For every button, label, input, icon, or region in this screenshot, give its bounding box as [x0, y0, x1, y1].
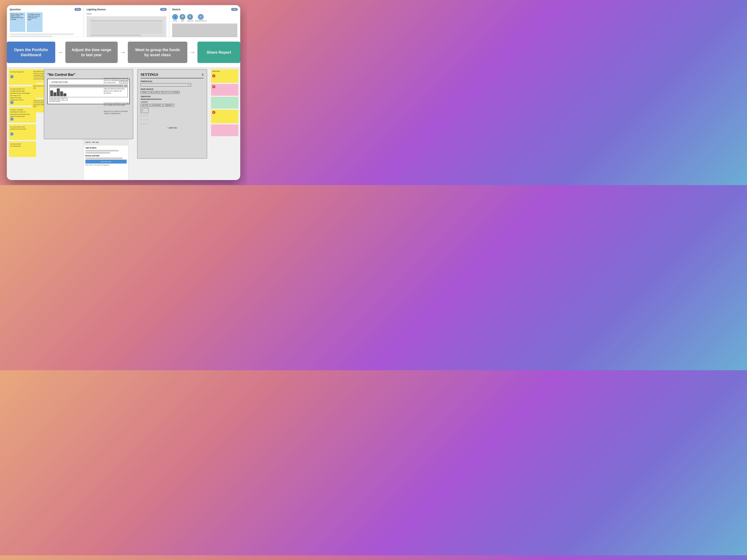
sector-tag[interactable]: SECTOR — [140, 104, 149, 107]
settings-header: SETTINGS X — [140, 73, 204, 78]
lighting-demos-author: Luca — [86, 12, 166, 15]
type-of-place-label: Type of place — [85, 147, 127, 149]
add-tag-btn[interactable]: + ADD TAG — [140, 127, 204, 129]
mobile-body: Type of place Rooms and beds Show 440 ho… — [84, 145, 128, 167]
right-sticky-5 — [211, 125, 238, 136]
mobile-wireframe: CFF B CFF 340 Type of place Rooms and be… — [84, 139, 128, 180]
filter-note: Filter model is very clean and organized — [85, 164, 127, 166]
sketch-panel-title: Sketch — [172, 8, 237, 11]
settings-close[interactable]: X — [202, 73, 204, 76]
question-sticky-2: JJ, Analyst at a very large fund, needs … — [27, 12, 43, 32]
groupby-section: GROUP BY REORGANISE DATA BY TAGS LATEST:… — [140, 96, 204, 113]
flow-step-4[interactable]: Share Report — [198, 42, 240, 63]
flow-arrow-2: → — [120, 49, 126, 56]
annotation-1: SMART SEARCH/FILTER LINE THE ONE ON A DI… — [104, 77, 129, 84]
place-options — [85, 150, 127, 154]
ideas-label: Ideas — [181, 20, 184, 22]
flow-step-3[interactable]: Want to group the funds by asset class — [128, 42, 187, 63]
sketch-right: SETTINGS X PORTFOLIO ∨ DATE RANGE TODAY … — [137, 69, 207, 159]
date-1m[interactable]: 1M — [149, 91, 153, 94]
sketch-panel-tag: Use — [231, 8, 238, 11]
right-stickies: Terms Send ♥ ♥ ♥ — [209, 67, 240, 138]
flow-step-1[interactable]: Open the Portfolio Dashboard — [7, 42, 55, 63]
groupby-note: REORGANISE DATA BY TAGS — [140, 98, 204, 100]
sauron-icon-box: 👁 SAURON SKETCH — [195, 14, 207, 22]
flow-arrow-3: → — [189, 49, 196, 56]
daterange-section: DATE RANGE TODAY 1M 6M YTD 1Y CUSTOM — [140, 88, 204, 94]
rooms-beds-label: Rooms and beds — [85, 155, 127, 157]
crazy8s-icon-box: 8️⃣ CRAZY 8s — [187, 14, 194, 22]
dots-section: • • • • • • • • • + ADD TAG — [140, 114, 204, 129]
flow-arrow-1: → — [57, 49, 63, 56]
sticky-left-5: we help Gustafone dashboard — [9, 141, 36, 157]
annotations-area: SMART SEARCH/FILTER LINE THE ONE ON A DI… — [104, 77, 129, 115]
date-ytd[interactable]: YTD — [159, 91, 165, 94]
date-1y[interactable]: 1Y — [166, 91, 170, 94]
bytes-icon-box: 🔷 BYTES — [172, 14, 178, 22]
show-homes-text: Show 440 homes — [101, 161, 111, 162]
groupby-label: GROUP BY — [140, 96, 204, 98]
date-buttons: TODAY 1M 6M YTD 1Y CUSTOM — [140, 91, 204, 94]
currency-tag[interactable]: CURRENCY — [163, 104, 175, 107]
sketch-left-title: "No Control Bar" — [47, 73, 130, 77]
latest-label: LATEST: — [140, 101, 204, 103]
sauron-label: SAURON SKETCH — [195, 20, 207, 22]
settings-modal: SETTINGS X PORTFOLIO ∨ DATE RANGE TODAY … — [140, 73, 204, 129]
show-homes-btn[interactable]: Show 440 homes — [85, 160, 127, 163]
mobile-header: CFF B CFF 340 — [84, 139, 128, 145]
annotation-4: DRASTICALLY REDUCE OPTIONS VISIBLE COMPO… — [104, 110, 129, 115]
tab-1[interactable]: TABS — [49, 98, 55, 100]
dots-2: • • • — [140, 118, 204, 122]
sketch-left: "No Control Bar" ← DASHBOARD NAME SETTIN… — [44, 69, 133, 139]
date-6m[interactable]: 6M — [154, 91, 159, 94]
settings-title: SETTINGS — [140, 73, 158, 77]
flow-strip: Open the Portfolio Dashboard → Adjust th… — [7, 37, 240, 67]
sauron-icon: 👁 — [198, 14, 204, 20]
lighting-demos-title: Lighting Demos — [86, 8, 166, 11]
bytes-label: BYTES — [173, 20, 177, 22]
question-panel-title: Question — [10, 8, 81, 11]
tag-buttons: SECTOR GEOGRAPHY CURRENCY — [140, 104, 204, 107]
tab-2[interactable]: DATA... — [55, 98, 62, 100]
date-today[interactable]: TODAY — [140, 91, 148, 94]
date-custom[interactable]: CUSTOM — [171, 91, 180, 94]
portfolio-dropdown[interactable]: ∨ — [140, 83, 191, 86]
geography-tag[interactable]: GEOGRAPHY — [150, 104, 162, 107]
portfolio-label: PORTFOLIO — [140, 80, 204, 82]
sticky-left-4: we help Gustaf shareportfolio with the b… — [9, 124, 36, 140]
right-sticky-3 — [211, 97, 238, 108]
question-sticky-1: CEO of Tribuo, every quarter needs to un… — [10, 12, 25, 32]
question-panel-tag: Use — [75, 8, 81, 11]
annotation-3: I WOULD SUGGESTED TO GET RID OF IT. MORE… — [104, 102, 129, 106]
sketch-icons-container: 🔷 BYTES 💡 Ideas 8️⃣ CRAZY 8s 👁 SAURON SK… — [172, 12, 237, 39]
room-opt-1 — [85, 158, 123, 159]
tag-input[interactable]: ○ — [140, 108, 149, 113]
mobile-header-text: CFF B CFF 340 — [85, 141, 99, 143]
lighting-demos-tag: Use — [160, 8, 167, 11]
place-opt-2 — [85, 152, 110, 154]
right-sticky-2: ♥ — [211, 84, 238, 96]
ideas-icon-box: 💡 Ideas — [180, 14, 185, 22]
dots-3: • • • — [140, 123, 204, 126]
right-sticky-4: ♥ — [211, 110, 238, 123]
ideas-icon: 💡 — [180, 14, 185, 20]
main-card: Question Use CEO of Tribuo, every quarte… — [7, 5, 240, 180]
crazy8s-label: CRAZY 8s — [187, 20, 194, 22]
dots-1: • • • — [140, 114, 204, 117]
right-sticky-1: Terms Send ♥ — [211, 69, 238, 83]
sketch-preview-area — [172, 24, 237, 39]
bytes-icon: 🔷 — [172, 14, 178, 20]
daterange-label: DATE RANGE — [140, 88, 204, 90]
flow-step-2[interactable]: Adjust the time range to last year — [66, 42, 118, 63]
sticky-row: we help JJ figure an C we help Gustaf to… — [7, 67, 240, 180]
lighting-demos-preview — [86, 16, 166, 40]
rooms-options: Show 440 homes — [85, 158, 127, 163]
annotation-2: THIS SETTING BUTTON WILL OPEN A FULL MOD… — [104, 88, 129, 95]
place-opt-1 — [85, 150, 119, 152]
sketch-icons-row: 🔷 BYTES 💡 Ideas 8️⃣ CRAZY 8s 👁 SAURON SK… — [172, 14, 237, 22]
back-label: ← DASHBOARD NAME — [49, 81, 68, 83]
portfolio-section: PORTFOLIO ∨ — [140, 80, 204, 86]
crazy8s-icon: 8️⃣ — [187, 14, 193, 20]
tab-more[interactable]: • • • — [63, 98, 68, 100]
